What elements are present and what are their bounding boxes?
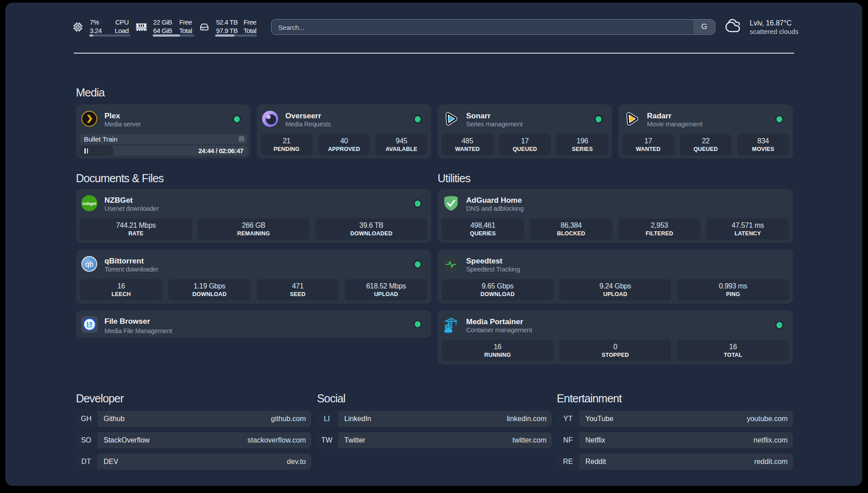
svg-text:nzbget: nzbget	[83, 201, 96, 206]
svg-text:qb: qb	[85, 260, 93, 268]
